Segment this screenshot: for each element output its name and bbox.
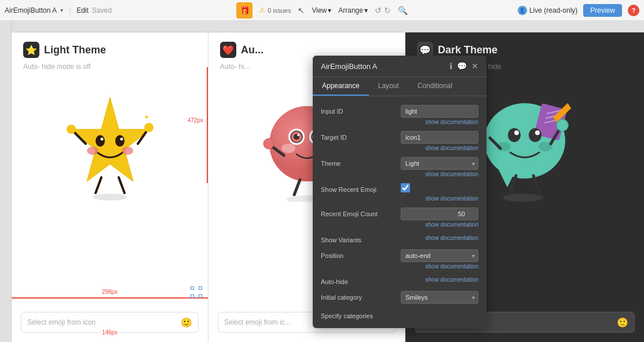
- tab-appearance[interactable]: Appearance: [313, 77, 369, 96]
- show-doc-auto-hide[interactable]: show documentation: [401, 276, 478, 283]
- svg-line-13: [119, 177, 125, 193]
- svg-point-28: [264, 139, 274, 149]
- red-h-line: [12, 297, 208, 299]
- field-target-id: Target ID show documentation: [313, 128, 486, 154]
- label-show-variants: Show Variants: [321, 234, 396, 243]
- tab-conditional[interactable]: Conditional: [408, 77, 462, 96]
- panel-left-illustration: ✦: [12, 80, 208, 208]
- cursor-icon: ↖: [298, 6, 305, 15]
- live-button[interactable]: 👤 Live (read-only): [518, 6, 577, 15]
- svg-line-12: [96, 177, 101, 193]
- saved-label: Saved: [92, 6, 112, 14]
- measurement-label-right: 472px: [186, 117, 204, 124]
- view-dropdown-arrow: ▾: [328, 6, 331, 14]
- svg-point-2: [115, 135, 125, 147]
- live-dot: 👤: [518, 6, 527, 15]
- target-id-field[interactable]: [401, 131, 478, 144]
- svg-point-48: [557, 119, 568, 131]
- panel-light-theme: ⭐ Light Theme Auto- hide mode is off: [12, 32, 208, 342]
- control-auto-hide: show documentation: [401, 275, 478, 283]
- panel-center-icon: ❤️: [220, 42, 236, 58]
- edit-label: Edit: [76, 6, 89, 14]
- star-character-svg: ✦: [52, 86, 168, 202]
- svg-point-43: [514, 130, 519, 135]
- theme-select[interactable]: Light Dark: [401, 157, 478, 170]
- modal-chat-icon[interactable]: 💬: [457, 61, 467, 71]
- svg-point-44: [535, 130, 540, 135]
- svg-point-6: [122, 147, 133, 155]
- help-button[interactable]: ?: [628, 5, 639, 16]
- handle-tr: [199, 286, 202, 290]
- recent-count-input[interactable]: [401, 208, 478, 220]
- show-doc-recent[interactable]: show documentation: [401, 195, 478, 202]
- measurement-label-bottom2: 146px: [101, 329, 119, 336]
- input-id-field[interactable]: [401, 105, 478, 118]
- control-show-variants: show documentation: [401, 234, 478, 241]
- top-bar-right: 👤 Live (read-only) Preview ?: [518, 4, 639, 17]
- svg-point-14: [93, 194, 127, 201]
- handle-bl: [191, 294, 194, 298]
- arrange-button[interactable]: Arrange ▾: [338, 6, 368, 14]
- label-specify-categories: Specify categories: [321, 310, 396, 319]
- modal-tabs: Appearance Layout Conditional: [313, 77, 486, 96]
- panel-right-emoji-trigger[interactable]: 🙂: [617, 317, 628, 328]
- search-icon[interactable]: 🔍: [398, 6, 408, 15]
- issues-badge: ⚠ 0 issues: [259, 6, 291, 14]
- show-doc-input-id[interactable]: show documentation: [401, 119, 478, 125]
- modal-panel: AirEmojiButton A ℹ 💬 ✕ Appearance Layout…: [313, 56, 486, 328]
- measurement-line-right: [207, 67, 208, 183]
- field-position: Position auto-end auto-start top bottom …: [313, 246, 486, 272]
- view-button[interactable]: View ▾: [312, 6, 331, 14]
- panel-left-emoji-trigger[interactable]: 🙂: [181, 317, 192, 328]
- initial-category-select[interactable]: Smileys Nature Food Travel Activities: [401, 291, 478, 304]
- modal-header: AirEmojiButton A ℹ 💬 ✕: [313, 56, 486, 77]
- ruler-left: [0, 21, 12, 342]
- preview-button[interactable]: Preview: [583, 4, 622, 17]
- undo-button[interactable]: ↺: [375, 6, 382, 15]
- svg-text:✦: ✦: [144, 113, 149, 121]
- panel-right-title: Dark Theme: [438, 44, 497, 56]
- show-doc-recent-count[interactable]: show documentation: [401, 221, 478, 228]
- show-doc-position[interactable]: show documentation: [401, 263, 478, 270]
- show-doc-theme[interactable]: show documentation: [401, 171, 478, 177]
- svg-line-51: [533, 176, 539, 193]
- gift-icon[interactable]: 🎁: [236, 2, 253, 19]
- field-auto-hide: Auto-hide show documentation: [313, 272, 486, 288]
- show-doc-target-id[interactable]: show documentation: [401, 145, 478, 151]
- selection-handles: [191, 286, 202, 298]
- control-target-id: show documentation: [401, 131, 478, 151]
- canvas-area: ⭐ Light Theme Auto- hide mode is off: [0, 21, 644, 342]
- label-show-recent: Show Recent Emoji: [321, 183, 396, 193]
- theme-select-wrapper: Light Dark ▾: [401, 157, 478, 170]
- handle-tl: [191, 286, 194, 290]
- control-show-recent: show documentation: [401, 183, 478, 202]
- svg-point-1: [96, 135, 105, 147]
- panel-left-subtitle: Auto- hide mode is off: [12, 63, 208, 80]
- tab-layout[interactable]: Layout: [369, 77, 408, 96]
- app-name-dropdown[interactable]: ▾: [60, 7, 63, 13]
- modal-close-icon[interactable]: ✕: [471, 61, 478, 71]
- show-recent-checkbox[interactable]: [401, 183, 410, 192]
- control-position: auto-end auto-start top bottom ▾ show do…: [401, 249, 478, 270]
- svg-point-52: [503, 194, 543, 202]
- field-recent-count: Recent Emoji Count show documentation: [313, 205, 486, 231]
- label-input-id: Input ID: [321, 105, 396, 115]
- position-select[interactable]: auto-end auto-start top bottom: [401, 249, 478, 262]
- label-auto-hide: Auto-hide: [321, 275, 396, 285]
- app-name: AirEmojiButton A: [5, 6, 57, 14]
- field-initial-category: Initial category Smileys Nature Food Tra…: [313, 288, 486, 307]
- svg-point-8: [67, 125, 76, 134]
- redo-button[interactable]: ↻: [384, 6, 391, 15]
- modal-info-icon[interactable]: ℹ: [449, 61, 452, 71]
- panel-left-icon: ⭐: [23, 42, 39, 58]
- label-target-id: Target ID: [321, 131, 396, 141]
- show-doc-variants[interactable]: show documentation: [401, 235, 478, 241]
- modal-header-icons: ℹ 💬 ✕: [449, 61, 478, 71]
- arrange-dropdown-arrow: ▾: [364, 6, 368, 14]
- svg-point-4: [120, 138, 123, 141]
- ruler-top: [12, 21, 644, 32]
- panel-left-input-placeholder: Select emoji from icon: [27, 318, 96, 326]
- modal-title: AirEmojiButton A: [321, 62, 378, 71]
- field-input-id: Input ID show documentation: [313, 102, 486, 128]
- field-show-variants: Show Variants show documentation: [313, 231, 486, 246]
